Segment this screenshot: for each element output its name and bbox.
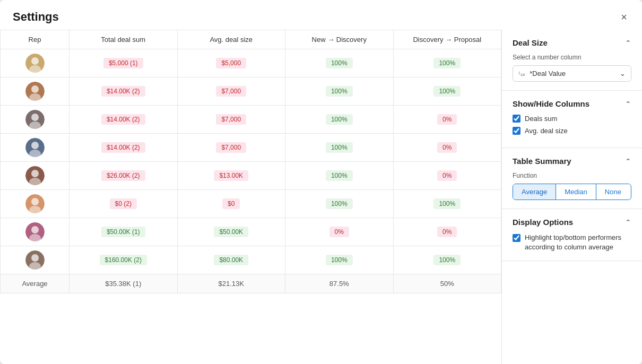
footer-avg-deal: $21.13K (177, 274, 285, 293)
svg-point-10 (31, 142, 39, 149)
average-button[interactable]: Average (513, 184, 556, 200)
deal-size-chevron-icon: ⌃ (625, 39, 631, 47)
total-deal-cell: $50.00K (1) (70, 218, 178, 246)
total-deal-cell: $14.00K (2) (70, 77, 178, 106)
total-deal-cell: $160.00K (2) (70, 246, 178, 274)
footer-disc-prop: 50% (393, 274, 501, 293)
total-deal-cell: $5,000 (1) (70, 49, 178, 77)
discovery-proposal-badge: 0% (437, 170, 457, 181)
avg-deal-cell: $80.00K (177, 246, 285, 274)
new-discovery-cell: 100% (285, 77, 394, 106)
table-row: $14.00K (2)$7,000100%0% (1, 134, 501, 162)
deal-size-section: Deal Size ⌃ Select a number column ¹₂₃ *… (502, 30, 642, 91)
total-deal-cell: $26.00K (2) (70, 162, 178, 190)
new-discovery-badge: 100% (326, 198, 353, 209)
data-table: Rep Total deal sum Avg. deal size New → … (0, 30, 501, 293)
discovery-proposal-badge: 100% (433, 198, 461, 209)
discovery-proposal-cell: 0% (393, 134, 501, 162)
discovery-proposal-badge: 100% (433, 58, 461, 68)
avatar-cell (1, 106, 70, 134)
avg-deal-badge: $13.00K (214, 170, 248, 181)
table-header-row: Rep Total deal sum Avg. deal size New → … (1, 30, 501, 49)
col-total-deal: Total deal sum (70, 30, 178, 49)
avg-deal-badge: $0 (222, 198, 240, 209)
avg-deal-badge: $7,000 (216, 142, 246, 153)
svg-point-16 (31, 198, 39, 205)
display-options-section: Display Options ⌃ Highlight top/bottom p… (502, 209, 642, 261)
deal-size-title: Deal Size (513, 38, 548, 47)
dropdown-chevron-icon: ⌄ (620, 70, 626, 77)
highlight-label: Highlight top/bottom performers accordin… (525, 233, 631, 252)
discovery-proposal-cell: 0% (393, 162, 501, 190)
new-discovery-badge: 100% (326, 255, 353, 265)
avg-deal-cell: $0 (177, 190, 285, 218)
discovery-proposal-badge: 100% (433, 255, 461, 265)
col-rep: Rep (1, 30, 70, 49)
discovery-proposal-cell: 100% (393, 190, 501, 218)
svg-point-7 (31, 114, 39, 121)
new-discovery-badge: 100% (326, 170, 353, 181)
discovery-proposal-cell: 0% (393, 218, 501, 246)
table-summary-chevron-icon: ⌃ (625, 157, 631, 166)
new-discovery-cell: 100% (285, 246, 394, 274)
table-row: $5,000 (1)$5,000100%100% (1, 49, 501, 77)
avatar (25, 54, 45, 73)
table-summary-title: Table Summary (513, 157, 571, 166)
table-footer-row: Average $35.38K (1) $21.13K 87.5% 50% (1, 274, 501, 293)
total-deal-badge: $160.00K (2) (100, 255, 147, 265)
new-discovery-badge: 100% (326, 142, 353, 153)
total-deal-badge: $26.00K (2) (101, 170, 145, 181)
table-row: $26.00K (2)$13.00K100%0% (1, 162, 501, 190)
avg-deal-badge: $7,000 (216, 86, 246, 97)
avatar (25, 166, 45, 185)
avatar (25, 110, 45, 129)
total-deal-cell: $0 (2) (70, 190, 178, 218)
highlight-row: Highlight top/bottom performers accordin… (513, 233, 631, 252)
new-discovery-badge: 100% (326, 114, 353, 125)
deal-value-dropdown[interactable]: ¹₂₃ *Deal Value ⌄ (513, 65, 631, 82)
function-btn-group: Average Median None (513, 184, 631, 200)
avg-deal-checkbox[interactable] (513, 127, 520, 135)
deals-sum-checkbox-row: Deals sum (513, 115, 631, 123)
show-hide-title: Show/Hide Columns (513, 99, 589, 108)
avatar-cell (1, 218, 70, 246)
close-button[interactable]: × (619, 10, 629, 24)
avatar-cell (1, 49, 70, 77)
total-deal-badge: $0 (2) (110, 198, 137, 209)
avatar (25, 138, 45, 157)
table-row: $14.00K (2)$7,000100%0% (1, 106, 501, 134)
new-discovery-cell: 100% (285, 134, 394, 162)
avg-deal-badge: $7,000 (216, 114, 246, 125)
avatar (25, 222, 45, 241)
new-discovery-badge: 100% (326, 58, 353, 68)
avatar-cell (1, 246, 70, 274)
avatar (25, 250, 45, 270)
svg-point-19 (31, 226, 39, 233)
show-hide-chevron-icon: ⌃ (625, 100, 631, 108)
svg-point-22 (31, 254, 39, 262)
total-deal-badge: $14.00K (2) (101, 142, 145, 153)
deal-size-header: Deal Size ⌃ (513, 38, 631, 47)
avg-deal-cell: $7,000 (177, 106, 285, 134)
table-summary-section: Table Summary ⌃ Function Average Median … (502, 148, 642, 209)
show-hide-header: Show/Hide Columns ⌃ (513, 99, 631, 108)
median-button[interactable]: Median (556, 184, 596, 200)
deal-value-text: *Deal Value (530, 70, 566, 77)
avg-deal-cell: $7,000 (177, 134, 285, 162)
function-label: Function (513, 172, 631, 179)
avg-deal-checkbox-row: Avg. deal size (513, 127, 631, 135)
modal-header: Settings × (0, 0, 642, 30)
none-button[interactable]: None (596, 184, 630, 200)
discovery-proposal-cell: 100% (393, 49, 501, 77)
total-deal-badge: $14.00K (2) (101, 114, 145, 125)
display-options-chevron-icon: ⌃ (625, 218, 631, 227)
table-area: Rep Total deal sum Avg. deal size New → … (0, 30, 501, 364)
avg-deal-badge: $80.00K (214, 255, 248, 265)
show-hide-section: Show/Hide Columns ⌃ Deals sum Avg. deal … (502, 91, 642, 148)
highlight-checkbox[interactable] (513, 234, 520, 242)
avg-deal-cell: $7,000 (177, 77, 285, 106)
table-row: $14.00K (2)$7,000100%100% (1, 77, 501, 106)
avg-deal-cell: $13.00K (177, 162, 285, 190)
total-deal-cell: $14.00K (2) (70, 134, 178, 162)
deals-sum-checkbox[interactable] (513, 115, 520, 123)
